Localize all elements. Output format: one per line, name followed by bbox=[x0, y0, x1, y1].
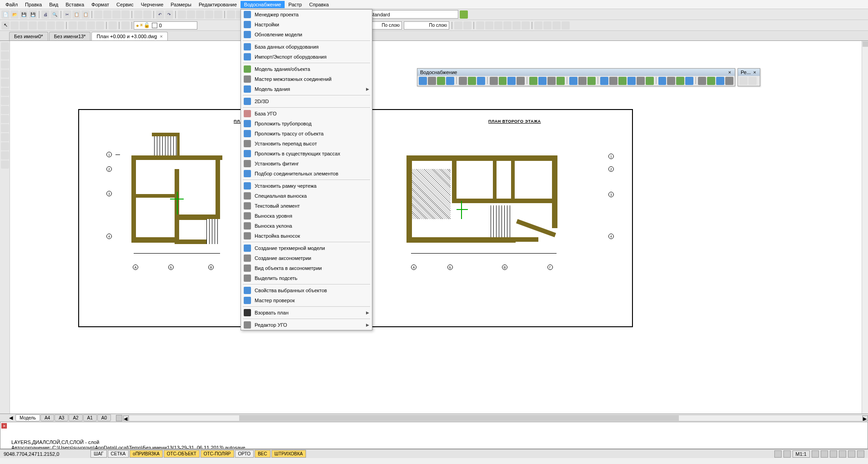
tool-icon[interactable] bbox=[47, 21, 55, 30]
menu-item[interactable]: Обновление модели bbox=[241, 30, 372, 40]
preview-icon[interactable]: 🔍 bbox=[50, 10, 59, 19]
tool-icon[interactable] bbox=[38, 21, 46, 30]
tool-icon[interactable] bbox=[812, 450, 819, 458]
water-tool-icon[interactable] bbox=[725, 77, 733, 85]
new-icon[interactable]: 📄 bbox=[1, 10, 10, 19]
tool-icon[interactable] bbox=[503, 21, 512, 30]
saveall-icon[interactable]: 💾 bbox=[29, 10, 37, 19]
menu-item[interactable]: Редактор УГО▶ bbox=[241, 320, 372, 330]
menu-item[interactable]: Сервис bbox=[113, 1, 137, 8]
floating-toolbar-2[interactable]: Ре... × bbox=[738, 68, 760, 86]
vertical-scrollbar[interactable] bbox=[862, 41, 868, 414]
tool-icon[interactable] bbox=[748, 77, 757, 85]
menu-item[interactable]: Свойства выбранных объектов bbox=[241, 285, 372, 295]
tool-icon[interactable] bbox=[562, 21, 570, 30]
document-tab[interactable]: Без имени0* bbox=[9, 32, 48, 40]
zoom-icon[interactable] bbox=[187, 10, 195, 19]
menu-item[interactable]: Проложить трассу от объекта bbox=[241, 129, 372, 139]
menu-item[interactable]: Вставка bbox=[62, 1, 88, 8]
tool-icon[interactable] bbox=[10, 21, 19, 30]
split-handle[interactable] bbox=[116, 415, 122, 421]
tool-icon[interactable] bbox=[552, 21, 561, 30]
spline-icon[interactable] bbox=[1, 97, 9, 105]
water-tool-icon[interactable] bbox=[490, 77, 498, 85]
scroll-right-icon[interactable]: ▶ bbox=[863, 415, 868, 421]
menu-item[interactable]: 2D/3D bbox=[241, 96, 372, 106]
zoom-extents-icon[interactable] bbox=[205, 10, 213, 19]
ellipse-icon[interactable] bbox=[1, 88, 9, 96]
close-icon[interactable]: × bbox=[753, 70, 757, 75]
textstyle-button[interactable] bbox=[460, 10, 468, 19]
scroll-up-icon[interactable] bbox=[863, 41, 868, 47]
layer-combo[interactable]: 0 bbox=[159, 23, 162, 28]
water-tool-icon[interactable] bbox=[517, 77, 525, 85]
open-icon[interactable]: 📂 bbox=[10, 10, 19, 19]
menu-item[interactable]: База УГО bbox=[241, 109, 372, 119]
tool-icon[interactable] bbox=[848, 450, 855, 458]
menu-item[interactable]: Формат bbox=[88, 1, 113, 8]
menu-item[interactable]: Растр bbox=[285, 1, 306, 8]
menu-item[interactable]: Размеры bbox=[167, 1, 195, 8]
menu-item[interactable]: Установить перепад высот bbox=[241, 139, 372, 149]
menu-item[interactable]: Проложить в существующих трассах bbox=[241, 149, 372, 159]
tool-icon[interactable] bbox=[543, 21, 552, 30]
water-tool-icon[interactable] bbox=[587, 77, 596, 85]
tool-icon[interactable] bbox=[56, 21, 64, 30]
water-tool-icon[interactable] bbox=[547, 77, 556, 85]
tool-icon[interactable] bbox=[454, 21, 462, 30]
menu-item[interactable]: Специальная выноска bbox=[241, 191, 372, 201]
menu-item[interactable]: Мастер межэтажных соединений bbox=[241, 74, 372, 84]
status-toggle[interactable]: ШТРИХОВКА bbox=[271, 450, 306, 458]
status-toggle[interactable]: ОРТО bbox=[235, 450, 254, 458]
layout-tab[interactable]: А1 bbox=[83, 414, 97, 421]
text-icon[interactable] bbox=[1, 115, 9, 123]
water-tool-icon[interactable] bbox=[446, 77, 454, 85]
undo-icon[interactable]: ↶ bbox=[156, 10, 164, 19]
tool-icon[interactable] bbox=[29, 21, 37, 30]
point-icon[interactable] bbox=[1, 142, 9, 150]
menu-item[interactable]: Создание аксонометрии bbox=[241, 253, 372, 263]
water-tool-icon[interactable] bbox=[637, 77, 645, 85]
water-tool-icon[interactable] bbox=[538, 77, 547, 85]
tool-icon[interactable] bbox=[96, 21, 104, 30]
water-tool-icon[interactable] bbox=[468, 77, 476, 85]
scale-display[interactable]: М1:1 bbox=[793, 450, 810, 458]
water-tool-icon[interactable] bbox=[507, 77, 516, 85]
polyline-icon[interactable] bbox=[1, 51, 9, 60]
tool-icon[interactable] bbox=[494, 21, 502, 30]
tool-icon[interactable] bbox=[112, 10, 120, 19]
command-window[interactable]: × LAYERS,ДИАЛСЛОЙ,СЛ,СЛОЙ - слой Автосох… bbox=[0, 422, 868, 449]
pan-icon[interactable] bbox=[178, 10, 186, 19]
water-tool-icon[interactable] bbox=[707, 77, 715, 85]
horizontal-scrollbar[interactable] bbox=[129, 415, 863, 421]
close-icon[interactable]: × bbox=[728, 70, 732, 75]
select-icon[interactable]: ↖ bbox=[1, 21, 10, 30]
copy-icon[interactable]: 📋 bbox=[72, 10, 80, 19]
paper-icon[interactable] bbox=[783, 450, 791, 458]
water-tool-icon[interactable] bbox=[600, 77, 608, 85]
water-tool-icon[interactable] bbox=[499, 77, 507, 85]
water-tool-icon[interactable] bbox=[618, 77, 627, 85]
tool-icon[interactable] bbox=[78, 21, 86, 30]
layout-tab[interactable]: А3 bbox=[55, 414, 68, 421]
menu-item[interactable]: Модель здания/объекта bbox=[241, 64, 372, 74]
menu-item[interactable]: Подбор соединительных элементов bbox=[241, 169, 372, 179]
menu-item[interactable]: Установить рамку чертежа bbox=[241, 181, 372, 191]
menu-item[interactable]: Вид bbox=[45, 1, 62, 8]
tool-icon[interactable] bbox=[103, 10, 111, 19]
print-icon[interactable]: 🖨 bbox=[41, 10, 50, 19]
zoom-window-icon[interactable] bbox=[196, 10, 204, 19]
tool-icon[interactable] bbox=[857, 450, 864, 458]
close-icon[interactable]: × bbox=[1, 423, 7, 429]
hatch-icon[interactable] bbox=[1, 106, 9, 114]
menu-item[interactable]: Настройка выносок bbox=[241, 231, 372, 241]
model-icon[interactable] bbox=[774, 450, 782, 458]
menu-item[interactable]: Правка bbox=[21, 1, 45, 8]
menu-item[interactable]: База данных оборудования bbox=[241, 42, 372, 52]
tool-icon[interactable] bbox=[485, 21, 493, 30]
layout-tab[interactable]: А2 bbox=[69, 414, 82, 421]
water-tool-icon[interactable] bbox=[569, 77, 577, 85]
tool-icon[interactable] bbox=[534, 21, 542, 30]
menu-item[interactable]: Модель здания▶ bbox=[241, 84, 372, 94]
menu-item[interactable]: Редактирование bbox=[195, 1, 241, 8]
